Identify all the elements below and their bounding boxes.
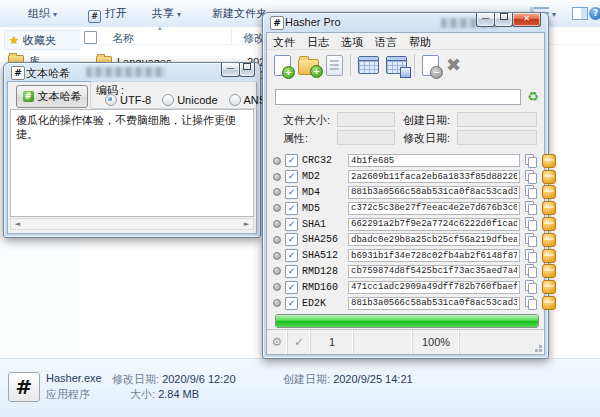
hasher-titlebar[interactable]: # Hasher Pro — ✕ [263,13,548,32]
lookup-icon[interactable] [542,280,556,294]
file-count-cell: 1 [311,330,354,354]
file-path-input[interactable] [275,89,521,105]
copy-icon[interactable] [525,154,537,168]
open-button[interactable]: #打开 [88,6,127,23]
text-hash-titlebar[interactable]: # 文本哈希 — [4,63,260,81]
copy-icon[interactable] [525,201,537,215]
radio-ansi[interactable] [229,94,241,106]
organize-menu[interactable]: 组织▾ [28,6,57,21]
hash-value-field[interactable] [348,281,520,294]
report-icon[interactable] [326,55,343,76]
preview-pane-button[interactable] [572,7,588,21]
radio-label[interactable]: Unicode [177,94,217,106]
app-file-icon: # [88,10,101,23]
copy-icon[interactable] [525,217,537,231]
add-folder-icon[interactable]: + [298,59,319,75]
add-file-icon[interactable]: + [274,55,291,76]
copy-icon[interactable] [525,296,537,310]
hash-value-field[interactable] [348,154,520,167]
share-menu[interactable]: 共享▾ [152,6,181,21]
details-file-name: Hasher.exe [46,372,102,384]
hasher-pro-window: # Hasher Pro — ✕ 文件日志选项语言帮助 ++−✖ ♻ 文件大小:… [262,12,549,359]
hash-value-field[interactable] [348,297,520,310]
minus-badge-icon: − [430,66,443,79]
copy-icon[interactable] [525,170,537,184]
algo-checkbox[interactable]: ✓ [285,218,298,231]
copy-icon[interactable] [525,185,537,199]
encoding-group: 编码 : UTF-8UnicodeANSI [90,81,258,109]
copy-icon[interactable] [525,233,537,247]
hasher-client: 文件日志选项语言帮助 ++−✖ ♻ 文件大小: 创建日期: 属性: 修改日期: … [266,32,545,355]
lookup-icon[interactable] [542,217,556,231]
new-folder-button[interactable]: 新建文件夹 [212,6,267,21]
copy-icon[interactable] [525,280,537,294]
radio-label[interactable]: UTF-8 [120,94,151,106]
remove-file-icon[interactable]: − [422,55,439,76]
column-divider[interactable] [231,29,232,44]
algo-checkbox[interactable]: ✓ [285,297,298,310]
app-icon: # [270,16,284,30]
scroll-right-icon[interactable]: ► [240,219,253,229]
lookup-icon[interactable] [542,185,556,199]
close-button[interactable]: ✕ [512,13,541,27]
resize-grip[interactable] [539,349,542,352]
hash-row: ✓ MD4 [267,185,544,201]
lookup-icon[interactable] [542,296,556,310]
status-cell-empty [354,330,413,354]
lookup-icon[interactable] [542,154,556,168]
algo-checkbox[interactable]: ✓ [285,249,298,262]
attributes-value-box [337,130,395,145]
settings-cell[interactable]: ⚙ [267,330,288,354]
minimize-button[interactable]: — [221,63,240,77]
algo-checkbox[interactable]: ✓ [285,281,298,294]
dialog-title: 文本哈希 [26,66,70,81]
algo-checkbox[interactable]: ✓ [285,186,298,199]
radio-unicode[interactable] [162,94,174,106]
censored-blur [86,67,166,77]
lookup-icon[interactable] [542,249,556,263]
refresh-icon[interactable]: ♻ [527,89,539,105]
algo-checkbox[interactable]: ✓ [285,233,298,246]
minimize-button[interactable]: — [476,13,495,27]
text-hash-button[interactable]: # 文本哈希 [16,85,88,108]
radio-utf-8[interactable] [105,94,117,106]
table-view-icon[interactable] [358,56,379,74]
horizontal-scrollbar[interactable]: ◄ ► [10,218,254,230]
explorer-details-pane: # Hasher.exe 修改日期: 2020/9/6 12:20 创建日期: … [0,358,600,417]
hash-value-field[interactable] [348,249,520,262]
hash-value-field[interactable] [348,186,520,199]
algo-label: MD4 [302,187,348,198]
lookup-icon[interactable] [542,264,556,278]
hash-value-field[interactable] [348,233,520,246]
copy-icon[interactable] [525,249,537,263]
text-input-area[interactable]: 傻瓜化的操作体验，不费脑细胞，让操作更便捷。 [10,109,254,217]
select-all-checkbox[interactable] [84,31,97,44]
lookup-icon[interactable] [542,233,556,247]
lookup-icon[interactable] [542,201,556,215]
hash-value-field[interactable] [348,202,520,215]
copy-icon[interactable] [525,264,537,278]
hasher-menubar: 文件日志选项语言帮助 [267,33,544,50]
lookup-icon[interactable] [542,170,556,184]
scroll-left-icon[interactable]: ◄ [11,219,24,229]
maximize-button[interactable] [239,63,255,77]
algo-checkbox[interactable]: ✓ [285,170,298,183]
clear-all-icon[interactable]: ✖ [446,53,461,77]
details-modified: 修改日期: 2020/9/6 12:20 [112,372,236,387]
hash-value-field[interactable] [348,218,520,231]
sidebar-item-favorites[interactable]: ★收藏夹 [4,30,82,50]
status-led-icon [273,283,281,291]
algo-checkbox[interactable]: ✓ [285,202,298,215]
verify-cell[interactable]: ✓ [288,330,311,354]
status-led-icon [273,157,281,165]
hash-row: ✓ SHA256 [267,232,544,248]
hash-badge-icon: # [23,91,34,102]
help-button[interactable]: ? [589,6,600,20]
hash-value-field[interactable] [348,265,520,278]
table-save-icon[interactable] [386,56,407,74]
algo-checkbox[interactable]: ✓ [285,154,298,167]
algo-checkbox[interactable]: ✓ [285,265,298,278]
maximize-button[interactable] [494,13,513,27]
hash-value-field[interactable] [348,170,520,183]
hash-row: ✓ RMD128 [267,264,544,280]
